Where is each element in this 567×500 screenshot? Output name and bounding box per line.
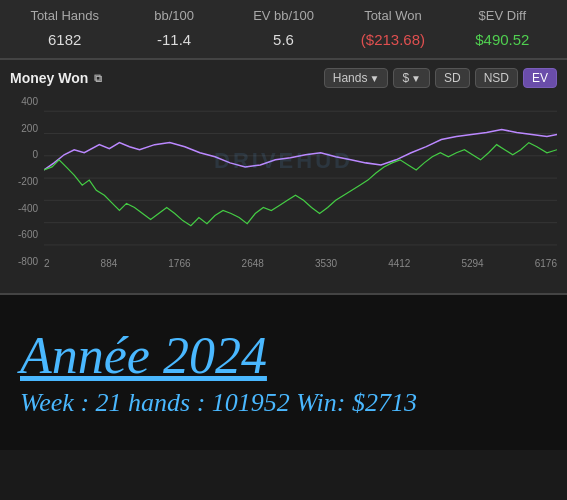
header-ev-bb100: EV bb/100 xyxy=(229,8,338,23)
annee-subtitle: Week : 21 hands : 101952 Win: $2713 xyxy=(20,388,417,418)
chart-section: Money Won ⧉ Hands ▼ $ ▼ SD NSD EV 400 20… xyxy=(0,60,567,295)
nsd-button[interactable]: NSD xyxy=(475,68,518,88)
annee-section: Année 2024 Week : 21 hands : 101952 Win:… xyxy=(0,295,567,450)
x-label-4412: 4412 xyxy=(388,258,410,269)
hands-dropdown-arrow: ▼ xyxy=(369,73,379,84)
stats-values: 6182 -11.4 5.6 ($213.68) $490.52 xyxy=(0,27,567,58)
ev-line-purple xyxy=(44,129,557,170)
y-label--200: -200 xyxy=(10,176,42,187)
x-label-6176: 6176 xyxy=(535,258,557,269)
y-axis-labels: 400 200 0 -200 -400 -600 -800 xyxy=(10,94,42,269)
chart-title-text: Money Won xyxy=(10,70,88,86)
annee-title: Année 2024 xyxy=(20,327,267,384)
x-label-5294: 5294 xyxy=(461,258,483,269)
chart-area: 400 200 0 -200 -400 -600 -800 xyxy=(10,94,557,269)
header-ev-diff: $EV Diff xyxy=(448,8,557,23)
x-label-884: 884 xyxy=(101,258,118,269)
header-bb100: bb/100 xyxy=(119,8,228,23)
stats-section: Total Hands bb/100 EV bb/100 Total Won $… xyxy=(0,0,567,60)
chart-title-group: Money Won ⧉ xyxy=(10,70,102,86)
chart-controls: Hands ▼ $ ▼ SD NSD EV xyxy=(324,68,557,88)
x-label-1766: 1766 xyxy=(168,258,190,269)
x-label-2648: 2648 xyxy=(242,258,264,269)
chart-svg-container xyxy=(44,94,557,251)
value-bb100: -11.4 xyxy=(119,31,228,48)
y-label--600: -600 xyxy=(10,229,42,240)
value-ev-bb100: 5.6 xyxy=(229,31,338,48)
header-total-won: Total Won xyxy=(338,8,447,23)
value-ev-diff: $490.52 xyxy=(448,31,557,48)
y-label--800: -800 xyxy=(10,256,42,267)
x-label-2: 2 xyxy=(44,258,50,269)
dollar-dropdown-button[interactable]: $ ▼ xyxy=(393,68,430,88)
x-axis-labels: 2 884 1766 2648 3530 4412 5294 6176 xyxy=(44,258,557,269)
hands-dropdown-button[interactable]: Hands ▼ xyxy=(324,68,389,88)
stats-header: Total Hands bb/100 EV bb/100 Total Won $… xyxy=(0,0,567,27)
ev-button[interactable]: EV xyxy=(523,68,557,88)
y-label-200: 200 xyxy=(10,123,42,134)
dollar-dropdown-arrow: ▼ xyxy=(411,73,421,84)
header-total-hands: Total Hands xyxy=(10,8,119,23)
y-label-400: 400 xyxy=(10,96,42,107)
chart-svg xyxy=(44,94,557,251)
x-label-3530: 3530 xyxy=(315,258,337,269)
value-total-won: ($213.68) xyxy=(338,31,447,48)
y-label--400: -400 xyxy=(10,203,42,214)
sd-button[interactable]: SD xyxy=(435,68,470,88)
value-total-hands: 6182 xyxy=(10,31,119,48)
y-label-0: 0 xyxy=(10,149,42,160)
external-link-icon[interactable]: ⧉ xyxy=(94,72,102,85)
chart-header: Money Won ⧉ Hands ▼ $ ▼ SD NSD EV xyxy=(10,68,557,88)
